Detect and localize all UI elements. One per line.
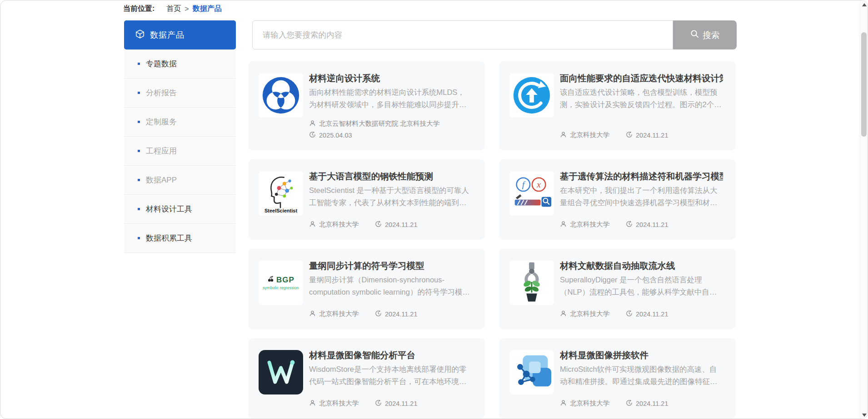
sidebar-item-material-design-tools[interactable]: 材料设计工具 [124,195,236,224]
product-card-microstitch[interactable]: 材料显微图像拼接软件 MicroStitch软件可实现微观图像数据的高速、自动和… [499,338,736,419]
search-button[interactable]: 搜索 [673,20,737,49]
card-meta: 北京科技大学 2024.11.21 [560,220,723,229]
clock-icon [375,310,382,318]
sidebar-item-label: 分析报告 [146,88,177,98]
card-title[interactable]: 材料显微图像智能分析平台 [309,349,472,361]
clock-icon [309,131,316,139]
sidebar-item-label: 数据APP [146,175,177,185]
card-org: 北京科技大学 [309,220,359,229]
card-org-text: 北京科技大学 [570,310,609,318]
person-icon [309,120,316,128]
breadcrumb-current-link[interactable]: 数据产品 [193,4,222,14]
sidebar-item-special-data[interactable]: 专题数据 [124,49,236,79]
sidebar-item-label: 工程应用 [146,146,177,156]
card-meta: 北京科技大学 2024.11.21 [560,310,723,318]
card-title[interactable]: 面向性能要求的自适应迭代快速材料设计策略 [560,72,723,84]
card-org: 北京科技大学 [309,399,359,408]
product-card-wisdomstore[interactable]: 材料显微图像智能分析平台 WisdomStore是一个支持本地离线部署使用的零代… [248,338,485,419]
card-description: SteelScientist 是一种基于大型语言模型的可靠人工智能专家，代表了从… [309,184,472,209]
card-title[interactable]: 材料文献数据自动抽取流水线 [560,260,723,271]
sidebar-item-analysis-report[interactable]: 分析报告 [124,79,236,108]
card-title[interactable]: 材料显微图像拼接软件 [560,349,723,361]
card-description: 在本研究中，我们提出了一个利用遗传算法从大量组合寻优空间中快速选择机器学习模型和… [560,184,723,209]
card-title[interactable]: 材料逆向设计系统 [309,72,472,84]
bgp-label: BGP [276,276,294,285]
person-icon [560,131,567,139]
card-meta: 北京科技大学 2024.11.21 [309,310,472,318]
card-date-text: 2024.11.21 [636,221,668,228]
page: 当前位置: 首页 > 数据产品 数据产品 专题数据 分析报告 定制 [0,0,868,419]
card-description: MicroStitch软件可实现微观图像数据的高速、自动和精准拼接。即通过集成最… [560,363,723,388]
product-card-superalloydigger[interactable]: 材料文献数据自动抽取流水线 SuperalloyDigger 是一个包含自然语言… [499,249,736,329]
card-title[interactable]: 量纲同步计算的符号学习模型 [309,260,472,271]
product-card-bgp[interactable]: BGP symbolic regression 量纲同步计算的符号学习模型 量纲… [248,249,485,329]
card-org-text: 北京科技大学 [319,220,359,229]
person-icon [309,399,316,408]
genetic-fx-icon: f x [509,171,554,216]
card-description: WisdomStore是一个支持本地离线部署使用的零代码一站式图像智能分析平台，… [309,363,472,388]
clock-icon [375,399,382,408]
breadcrumb-separator: > [185,5,189,13]
product-card-genetic-algorithm[interactable]: f x 基于遗传算法的材料描述符和机器学习模型… 在本研究中，我们提出了一个利用… [499,159,736,240]
card-date: 2024.11.21 [626,310,668,318]
sidebar-header[interactable]: 数据产品 [124,20,236,49]
card-date-text: 2024.11.21 [385,221,418,228]
scrollbar-thumb[interactable] [861,32,867,137]
card-org: 北京云智材料大数据研究院 北京科技大学 [309,119,439,128]
card-title[interactable]: 基于大语言模型的钢铁性能预测 [309,170,472,182]
person-icon [560,310,567,318]
card-date-text: 2024.11.21 [636,311,668,318]
card-description: 量纲同步计算（Dimension-synchronous-computation… [309,274,472,298]
vertical-scrollbar[interactable] [860,0,868,419]
card-org-text: 北京科技大学 [570,220,609,229]
svg-text:x: x [536,180,541,189]
sidebar-item-data-accumulation-tools[interactable]: 数据积累工具 [124,224,236,253]
card-description: SuperalloyDigger 是一个包含自然语言处理（NLP）流程的工具包，… [560,274,723,298]
scroll-down-arrow-icon[interactable] [862,414,867,417]
sidebar-item-label: 专题数据 [146,59,177,69]
card-meta: 北京科技大学 2024.11.21 [309,399,472,408]
card-date-text: 2024.11.21 [636,132,668,139]
card-date-text: 2024.11.21 [636,400,668,407]
sidebar-header-label: 数据产品 [150,30,185,40]
breadcrumb-home-link[interactable]: 首页 [166,4,181,14]
sidebar-item-engineering-app[interactable]: 工程应用 [124,137,236,166]
card-date-text: 2024.11.21 [385,400,418,407]
search-input[interactable] [252,20,673,49]
adaptive-iteration-icon [509,73,554,118]
product-card-adaptive-iteration[interactable]: 面向性能要求的自适应迭代快速材料设计策略 该自适应迭代设计策略，包含模型训练，模… [499,61,736,150]
steelscientist-head-network-icon: SteelScientist [259,171,303,216]
card-date: 2024.11.21 [626,131,668,139]
mlds-trefoil-icon [259,73,303,118]
bullet-icon [138,63,140,65]
sidebar-item-label: 数据积累工具 [146,233,192,243]
card-meta: 北京科技大学 2024.11.21 [309,220,472,229]
card-title[interactable]: 基于遗传算法的材料描述符和机器学习模型… [560,170,723,182]
card-org: 北京科技大学 [560,220,609,229]
card-date: 2024.11.21 [375,399,418,408]
sidebar-item-custom-service[interactable]: 定制服务 [124,108,236,137]
person-icon [309,221,316,229]
search-icon [690,30,699,40]
robot-arm-plant-icon [509,261,554,305]
sidebar-item-data-app[interactable]: 数据APP [124,166,236,195]
person-icon [560,399,567,408]
card-description: 该自适应迭代设计策略，包含模型训练，模型预测，实验设计及实验反馈四个过程。图示的… [560,86,723,111]
clock-icon [626,310,633,318]
bgp-sublabel: symbolic regression [263,286,299,290]
product-card-mlds[interactable]: 材料逆向设计系统 面向材料性能需求的材料逆向设计系统MLDS，为材料研发领域中，… [248,61,485,150]
product-card-steelscientist[interactable]: SteelScientist 基于大语言模型的钢铁性能预测 SteelScien… [248,159,485,240]
search-button-label: 搜索 [703,30,720,41]
card-org-text: 北京科技大学 [319,399,359,408]
wisdomstore-w-icon [259,350,303,394]
clock-icon [626,131,633,139]
microstitch-tiles-icon [509,350,554,394]
search-bar: 搜索 [252,20,737,49]
scroll-up-arrow-icon[interactable] [862,3,867,6]
card-date: 2024.11.21 [626,221,668,229]
person-icon [560,221,567,229]
svg-text:f: f [522,180,526,189]
steelscientist-label: SteelScientist [259,208,303,213]
bullet-icon [138,237,140,239]
sidebar-item-label: 定制服务 [146,117,177,127]
